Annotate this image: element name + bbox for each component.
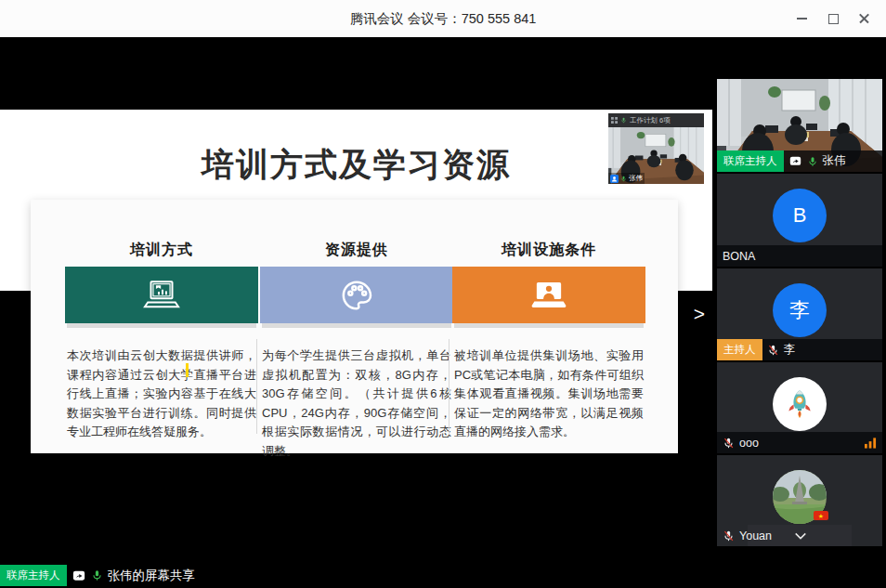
column-body: 被培训单位提供集训场地、实验用PC或笔记本电脑，如有条件可组织集体观看直播视频。…: [454, 346, 644, 442]
column-color-block: [260, 267, 453, 323]
chevron-down-icon: [794, 532, 807, 540]
participant-name: Youan: [739, 529, 772, 542]
mic-icon: [620, 116, 627, 124]
column-header: 培训方式: [65, 241, 258, 260]
minimize-icon: [797, 18, 807, 20]
title-bar: 腾讯会议 会议号：750 555 841: [0, 0, 886, 37]
participant-name: 张伟: [823, 153, 846, 169]
column-shadow-strip: [67, 323, 256, 328]
slide-content-card: 培训方式 本次培训由云创: [31, 200, 678, 453]
pip-header: 工作计划 6项: [608, 113, 704, 127]
slide-title: 培训方式及学习资源: [0, 143, 712, 187]
mic-muted-icon: [723, 437, 735, 450]
mic-muted-icon: [723, 529, 735, 542]
column-shadow-strip: [454, 323, 644, 328]
next-slide-arrow[interactable]: >: [689, 300, 710, 328]
avatar: [773, 377, 827, 431]
close-button[interactable]: [849, 0, 880, 37]
avatar: 李: [773, 283, 827, 337]
profile-icon: [610, 175, 619, 183]
column-color-block: [452, 267, 645, 323]
collapse-participants-button[interactable]: [792, 529, 809, 543]
host-badge: 主持人: [717, 339, 762, 360]
mic-on-icon: [620, 175, 627, 183]
pip-header-text: 工作计划 6项: [630, 116, 671, 125]
participant-name-bar: BONA: [717, 245, 882, 267]
window-controls: [786, 0, 880, 37]
tencent-meeting-window: 腾讯会议 会议号：750 555 841 培训方式及学习资源 培训方式: [0, 0, 886, 588]
participant-name: BONA: [723, 250, 755, 263]
avatar: B: [773, 189, 827, 242]
rocket-icon: [783, 387, 816, 421]
participant-name: ooo: [739, 437, 759, 450]
screen-share-icon: [72, 569, 86, 582]
maximize-icon: [828, 14, 839, 24]
mic-muted-icon: [767, 344, 779, 357]
mic-on-icon: [91, 568, 103, 582]
cohost-badge: 联席主持人: [0, 565, 67, 586]
participant-name-bar: 主持人 李: [717, 339, 882, 360]
column-body: 为每个学生提供三台虚拟机，单台虚拟机配置为：双核，8G内存，30G存储空间。（共…: [262, 346, 451, 461]
column-color-block: [65, 267, 258, 323]
screen-share-icon: [788, 155, 802, 167]
pip-video: 张伟: [608, 127, 704, 184]
video-laptop-icon: [528, 277, 570, 314]
participants-panel: 联席主持人 张伟 B BONA 李 主持人: [717, 79, 882, 546]
grid-icon: [611, 117, 618, 124]
sharing-banner-text: 张伟的屏幕共享: [108, 568, 196, 584]
floating-video-window[interactable]: 工作计划 6项: [608, 113, 704, 184]
cohost-badge: 联席主持人: [717, 150, 784, 172]
palette-icon: [337, 277, 376, 314]
window-title: 腾讯会议 会议号：750 555 841: [0, 0, 886, 37]
sharing-banner: 联席主持人 张伟的屏幕共享: [0, 565, 195, 586]
slide-column-resources: 资源提供 为每个学生提供三台虚拟机，单台虚拟机配置为：双核，8G内存，30G存储…: [260, 200, 453, 453]
mic-on-icon: [807, 155, 818, 168]
column-divider: [449, 339, 450, 434]
column-divider: [256, 339, 257, 434]
text-cursor: [186, 363, 189, 377]
column-body: 本次培训由云创大数据提供讲师，课程内容通过云创大学直播平台进行线上直播；实验内容…: [67, 346, 256, 442]
participant-tile-ooo[interactable]: ooo: [717, 362, 882, 453]
participant-name: 李: [784, 342, 796, 358]
maximize-button[interactable]: [817, 0, 849, 37]
minimize-button[interactable]: [786, 0, 817, 37]
china-flag-icon: ★: [814, 511, 828, 520]
participant-name-bar: ooo: [717, 432, 882, 453]
pip-speaker-name: 张伟: [629, 174, 643, 183]
presentation-laptop-icon: [140, 277, 183, 314]
participant-video-zhangwei[interactable]: 联席主持人 张伟: [717, 79, 882, 172]
network-signal-icon: [865, 438, 877, 449]
slide-column-training-method: 培训方式 本次培训由云创: [65, 200, 258, 453]
participant-tile-bona[interactable]: B BONA: [717, 174, 882, 267]
column-shadow-strip: [262, 323, 451, 328]
column-header: 培训设施条件: [452, 241, 645, 260]
pip-name-bar: 张伟: [608, 173, 645, 184]
screen-share-view: 培训方式及学习资源 培训方式: [0, 37, 712, 588]
slide-column-facilities: 培训设施条件 被培训单位提供集训场地、实验用PC或笔记本电脑，如有条件可组织集体…: [452, 200, 645, 453]
participant-name-bar: 联席主持人 张伟: [717, 150, 882, 172]
participant-tile-youan[interactable]: ★ Youan: [717, 455, 882, 546]
participant-tile-li[interactable]: 李 主持人 李: [717, 268, 882, 360]
column-header: 资源提供: [260, 241, 453, 260]
